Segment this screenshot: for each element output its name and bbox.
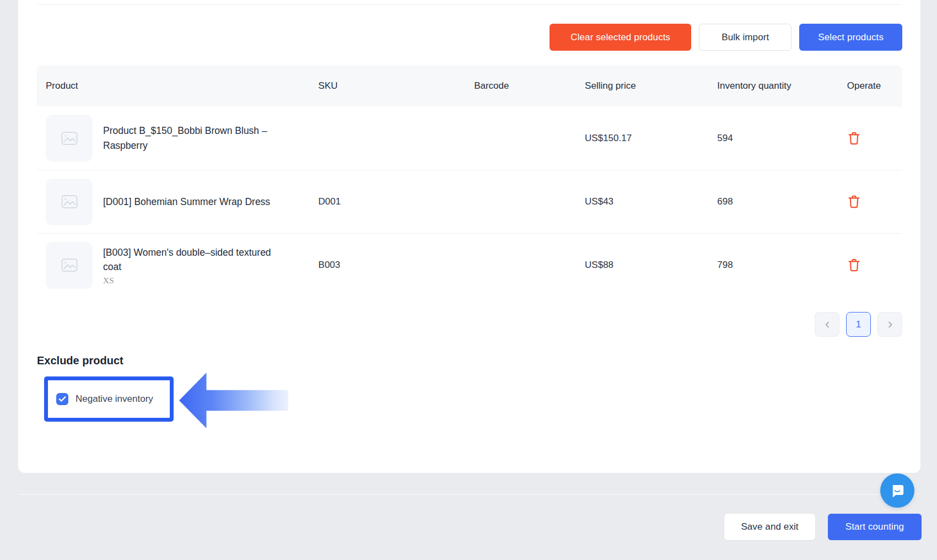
product-name: [D001] Bohemian Summer Wrap Dress (103, 195, 278, 209)
footer-divider (18, 494, 920, 495)
table-action-bar: Clear selected products Bulk import Sele… (550, 24, 902, 51)
exclude-product-title: Exclude product (37, 354, 123, 367)
table-row: Product B_$150_Bobbi Brown Blush – Raspb… (37, 106, 902, 170)
content-card: Clear selected products Bulk import Sele… (18, 0, 920, 473)
clear-selected-products-button[interactable]: Clear selected products (550, 24, 691, 51)
trash-icon (847, 257, 861, 273)
header-sku: SKU (310, 80, 466, 91)
pagination-page-1-button[interactable]: 1 (846, 312, 871, 337)
pagination-next-button[interactable] (877, 312, 902, 337)
pagination-prev-button[interactable] (815, 312, 839, 337)
negative-inventory-highlight-box: Negative inventory (44, 376, 174, 422)
chat-bubble-icon (888, 481, 907, 500)
table-row: [D001] Bohemian Summer Wrap Dress D001 U… (37, 170, 902, 233)
product-thumbnail (46, 242, 93, 289)
sku-value: B003 (310, 260, 466, 271)
negative-inventory-label: Negative inventory (76, 394, 153, 405)
product-thumbnail (46, 179, 93, 225)
image-placeholder-icon (61, 258, 78, 272)
trash-icon (847, 131, 861, 146)
delete-product-button[interactable] (847, 194, 861, 209)
inventory-quantity-value: 594 (708, 133, 838, 144)
save-and-exit-button[interactable]: Save and exit (724, 514, 815, 540)
start-counting-button[interactable]: Start counting (828, 514, 922, 540)
footer-action-bar: Save and exit Start counting (724, 514, 922, 540)
selling-price-value: US$88 (576, 260, 708, 271)
image-placeholder-icon (61, 131, 78, 146)
top-divider (37, 4, 902, 5)
product-name: Product B_$150_Bobbi Brown Blush – Raspb… (103, 123, 278, 153)
header-selling-price: Selling price (576, 80, 708, 91)
header-barcode: Barcode (465, 80, 576, 91)
image-placeholder-icon (61, 195, 78, 209)
sku-value: D001 (310, 196, 466, 207)
chevron-right-icon (886, 320, 895, 329)
bulk-import-button[interactable]: Bulk import (699, 24, 791, 51)
checkmark-icon (58, 396, 66, 402)
pagination: 1 (815, 312, 902, 337)
header-product: Product (37, 80, 310, 91)
product-thumbnail (46, 115, 93, 161)
table-header-row: Product SKU Barcode Selling price Invent… (37, 66, 902, 106)
product-name: [B003] Women's double–sided textured coa… (103, 245, 278, 274)
selected-products-table: Product SKU Barcode Selling price Invent… (37, 66, 902, 297)
selling-price-value: US$43 (576, 196, 708, 207)
inventory-quantity-value: 798 (708, 260, 838, 271)
product-cell: Product B_$150_Bobbi Brown Blush – Raspb… (37, 115, 310, 161)
delete-product-button[interactable] (847, 131, 861, 146)
delete-product-button[interactable] (847, 257, 861, 273)
inventory-quantity-value: 698 (708, 196, 838, 207)
product-variant: XS (103, 276, 278, 286)
product-cell: [B003] Women's double–sided textured coa… (37, 242, 310, 289)
selling-price-value: US$150.17 (576, 133, 708, 144)
chat-launcher-button[interactable] (880, 473, 914, 508)
header-inventory-quantity: Inventory quantity (708, 80, 838, 91)
trash-icon (847, 194, 861, 209)
chevron-left-icon (823, 320, 832, 329)
product-cell: [D001] Bohemian Summer Wrap Dress (37, 179, 310, 225)
header-operate: Operate (838, 80, 902, 91)
table-row: [B003] Women's double–sided textured coa… (37, 233, 902, 297)
select-products-button[interactable]: Select products (799, 24, 902, 51)
negative-inventory-checkbox[interactable] (56, 393, 68, 405)
annotation-arrow-left (179, 373, 288, 428)
